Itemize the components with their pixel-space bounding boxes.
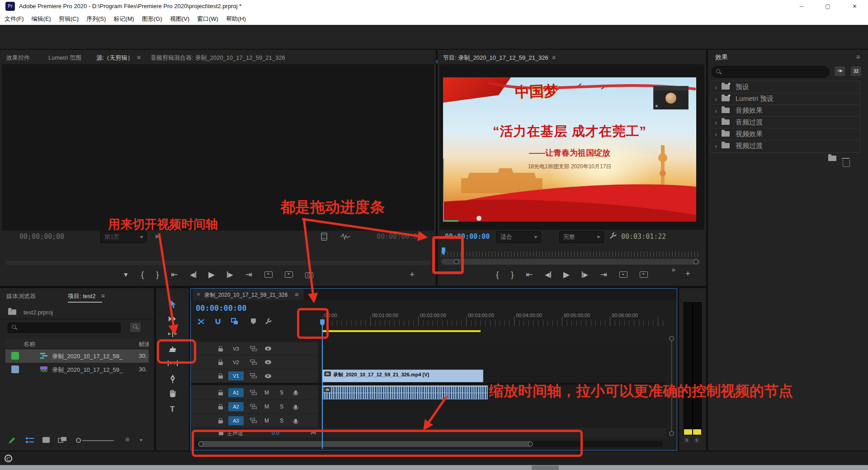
label-color-chip[interactable] — [11, 352, 19, 360]
lock-icon[interactable] — [218, 362, 223, 365]
linked-selection-icon[interactable] — [231, 318, 239, 325]
add-marker-icon[interactable]: ▼ — [123, 271, 129, 278]
track-content-v2[interactable] — [318, 356, 666, 369]
effects-folder-video-effects[interactable]: ›视频效果 — [711, 128, 860, 140]
solo-left-button[interactable]: S — [684, 437, 690, 443]
tab-project[interactable]: 项目: test2≡ — [68, 292, 105, 300]
track-badge-a3[interactable]: A3 — [228, 416, 244, 425]
solo-button[interactable]: S — [280, 404, 283, 410]
icon-view-icon[interactable] — [42, 437, 50, 443]
goto-in-icon[interactable]: ⇤ — [526, 271, 533, 279]
timeline-vscroll-handle-bottom[interactable] — [669, 431, 674, 436]
mute-button[interactable]: M — [264, 404, 269, 410]
effects-folder-audio-transitions[interactable]: ›音频过渡 — [711, 116, 860, 128]
track-badge-a2[interactable]: A2 — [228, 402, 244, 411]
source-page-dropdown[interactable]: 第1页 — [100, 231, 146, 243]
voiceover-mic-icon[interactable] — [294, 419, 297, 423]
minimize-button[interactable]: ─ — [789, 0, 814, 13]
sort-icon[interactable]: ≡ — [125, 436, 129, 444]
goto-out-icon[interactable]: ⇥ — [600, 271, 607, 279]
track-content-a3[interactable] — [318, 414, 666, 427]
menu-sequence[interactable]: 序列(S) — [86, 15, 106, 23]
program-scrollbar-handle-right[interactable] — [693, 259, 698, 264]
source-target-icon[interactable] — [250, 404, 257, 409]
chevron-right-icon[interactable]: › — [715, 142, 717, 150]
column-name[interactable]: 名称 — [24, 340, 35, 348]
page-play-icon[interactable]: ▶ — [156, 233, 160, 239]
snap-magnet-icon[interactable] — [214, 318, 222, 325]
program-ruler[interactable] — [441, 252, 700, 257]
project-row-sequence[interactable]: 录制_2020_10_17_12_59_ 30. — [5, 349, 149, 363]
delete-icon[interactable] — [843, 160, 850, 167]
track-visibility-eye-icon[interactable] — [265, 374, 271, 378]
lock-icon[interactable] — [218, 348, 223, 351]
type-tool[interactable]: T — [170, 405, 175, 414]
project-row-clip[interactable]: 录制_2020_10_17_12_59_ 30. — [5, 363, 149, 376]
column-framerate[interactable]: 帧速率 — [139, 340, 149, 348]
menu-file[interactable]: 文件(F) — [5, 15, 24, 23]
lock-icon[interactable] — [218, 392, 223, 395]
project-breadcrumb[interactable]: test2.prproj — [24, 309, 53, 316]
export-frame-icon[interactable] — [305, 272, 313, 278]
chevron-right-icon[interactable]: › — [715, 119, 717, 126]
effects-folder-presets[interactable]: ›★预设 — [711, 81, 860, 93]
source-scrollbar[interactable] — [5, 261, 431, 265]
mute-button[interactable]: M — [264, 418, 269, 424]
label-color-chip[interactable] — [11, 366, 19, 373]
transport-overflow-icon[interactable]: » — [672, 266, 675, 273]
track-badge-v1[interactable]: V1 — [228, 371, 244, 380]
mark-out-icon[interactable]: } — [156, 271, 159, 279]
audio-clip[interactable]: fx — [322, 385, 488, 399]
source-target-icon[interactable] — [250, 373, 257, 379]
track-badge-v2[interactable]: V2 — [228, 358, 244, 367]
mark-in-icon[interactable]: { — [496, 271, 499, 279]
settings-wrench-icon[interactable] — [609, 232, 617, 240]
track-badge-a1[interactable]: A1 — [228, 388, 244, 397]
drag-audio-icon[interactable] — [340, 233, 351, 240]
voiceover-mic-icon[interactable] — [294, 405, 297, 409]
program-video-frame[interactable]: 中国梦 “活力在基层 成才在莞工” ——让青春为祖国绽放 18光电1班团支部 2… — [443, 77, 696, 222]
timeline-tab[interactable]: × 录制_2020_10_17_12_59_21_326 ≡ — [193, 289, 304, 300]
source-menu-icon[interactable]: ≡ — [137, 54, 141, 62]
source-target-icon[interactable] — [250, 360, 257, 365]
timeline-timecode[interactable]: 00:00:00:00 — [196, 304, 247, 313]
menu-help[interactable]: 帮助(H) — [226, 15, 246, 23]
step-back-icon[interactable]: ◀ — [190, 271, 196, 278]
taskbar-item[interactable] — [532, 465, 559, 470]
freeform-view-icon[interactable] — [58, 437, 68, 444]
program-add-button-icon[interactable]: + — [685, 269, 690, 279]
creative-cloud-icon[interactable] — [5, 455, 12, 462]
effects-search-input[interactable] — [712, 66, 829, 78]
source-target-icon[interactable] — [250, 346, 257, 351]
chevron-right-icon[interactable]: › — [715, 107, 717, 114]
step-forward-icon[interactable]: ▶ — [227, 271, 233, 278]
source-add-button-icon[interactable]: + — [410, 270, 415, 280]
drag-video-icon[interactable] — [320, 233, 329, 241]
play-icon[interactable]: ▶ — [208, 271, 215, 279]
mute-button[interactable]: M — [264, 389, 269, 396]
quality-dropdown[interactable]: 完整 — [559, 231, 604, 243]
tab-audio-mixer[interactable]: 音频剪辑混合器: 录制_2020_10_17_12_59_21_326 — [151, 54, 349, 62]
step-forward-icon[interactable]: ▶ — [582, 271, 588, 278]
track-content-v3[interactable] — [318, 342, 666, 355]
effects-panel-title[interactable]: 效果 — [715, 53, 728, 62]
goto-out-icon[interactable]: ⇥ — [245, 271, 252, 279]
menu-view[interactable]: 视图(V) — [170, 15, 189, 23]
folder-up-icon[interactable]: ↑ — [8, 309, 16, 315]
tab-effect-controls[interactable]: 效果控件 — [6, 54, 30, 62]
timeline-vscroll-handle-top[interactable] — [669, 336, 674, 341]
track-visibility-eye-icon[interactable] — [265, 347, 271, 351]
effects-folder-video-transitions[interactable]: ›视频过渡 — [711, 140, 860, 152]
tab-media-browser[interactable]: 媒体浏览器 — [6, 292, 36, 300]
menu-edit[interactable]: 编辑(E) — [32, 15, 51, 23]
solo-right-button[interactable]: S — [693, 437, 700, 443]
insert-icon[interactable] — [264, 271, 273, 278]
tab-program[interactable]: 节目: 录制_2020_10_17_12_59_21_326≡ — [443, 54, 556, 62]
hand-tool[interactable] — [168, 389, 177, 398]
voiceover-mic-icon[interactable] — [294, 390, 297, 394]
extract-icon[interactable] — [640, 271, 648, 278]
source-target-icon[interactable] — [250, 390, 257, 395]
menu-graphics[interactable]: 图形(G) — [142, 15, 162, 23]
goto-in-icon[interactable]: ⇤ — [171, 271, 178, 279]
menu-marker[interactable]: 标记(M) — [113, 15, 134, 23]
